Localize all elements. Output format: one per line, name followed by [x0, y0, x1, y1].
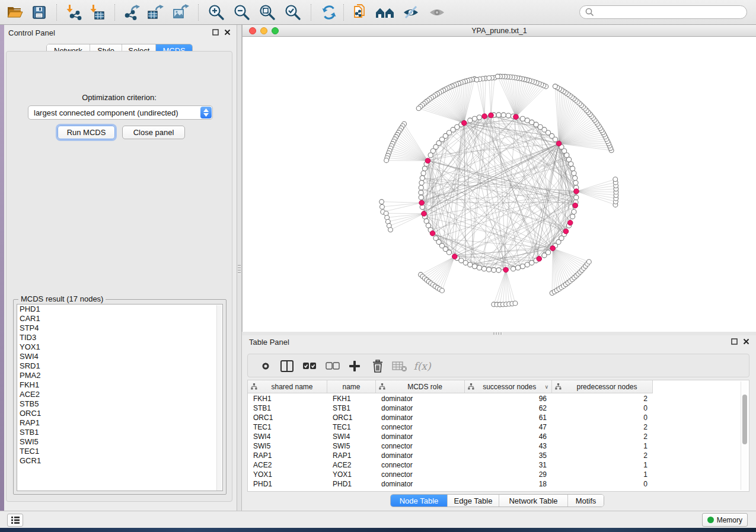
column-header[interactable]: predecessor nodes	[552, 380, 653, 393]
new-network-from-selection-icon[interactable]	[350, 2, 370, 23]
export-network-icon[interactable]	[122, 2, 142, 23]
close-icon[interactable]	[743, 338, 749, 345]
network-hub-node[interactable]	[419, 200, 425, 206]
refresh-icon[interactable]	[319, 2, 339, 23]
network-hub-node[interactable]	[567, 220, 573, 226]
network-hub-node[interactable]	[563, 229, 569, 234]
network-node[interactable]	[572, 171, 576, 175]
splitter-grip[interactable]	[493, 332, 503, 335]
splitter-grip[interactable]	[238, 265, 241, 274]
network-hub-node[interactable]	[452, 254, 458, 259]
network-hub-node[interactable]	[573, 203, 578, 209]
export-image-icon[interactable]	[171, 2, 191, 23]
network-node[interactable]	[384, 158, 389, 163]
network-titlebar[interactable]: YPA_prune.txt_1	[243, 25, 756, 37]
network-hub-node[interactable]	[422, 211, 427, 216]
network-node[interactable]	[570, 166, 575, 171]
zoom-selected-icon[interactable]	[283, 2, 303, 23]
mcds-result-item[interactable]: STB1	[17, 428, 222, 437]
network-node[interactable]	[422, 166, 427, 171]
network-node[interactable]	[553, 84, 557, 89]
network-node[interactable]	[613, 177, 618, 182]
mcds-result-item[interactable]: ACE2	[17, 390, 222, 399]
tab-edge-table[interactable]: Edge Table	[448, 495, 499, 507]
show-all-icon[interactable]	[427, 2, 447, 23]
mcds-result-item[interactable]: SWI5	[17, 437, 222, 447]
vertical-splitter[interactable]	[237, 25, 242, 511]
table-row[interactable]: FKH1FKH1dominator962	[248, 394, 740, 403]
column-header[interactable]: successor nodes∨	[465, 380, 552, 393]
hide-selected-icon[interactable]	[401, 2, 421, 23]
mcds-result-item[interactable]: STP4	[17, 323, 222, 333]
network-node[interactable]	[487, 76, 492, 81]
run-mcds-button[interactable]: Run MCDS	[58, 126, 115, 139]
mcds-result-item[interactable]: SRD1	[17, 361, 222, 371]
network-node[interactable]	[379, 200, 384, 204]
node-table[interactable]: shared namenameMCDS rolesuccessor nodes∨…	[247, 380, 749, 492]
network-hub-node[interactable]	[503, 267, 509, 273]
network-node[interactable]	[572, 209, 576, 214]
zoom-out-icon[interactable]	[232, 2, 252, 23]
network-node[interactable]	[472, 116, 477, 121]
network-node[interactable]	[388, 227, 393, 232]
network-node[interactable]	[574, 195, 579, 200]
network-node[interactable]	[515, 265, 520, 270]
network-node[interactable]	[573, 175, 578, 180]
column-header[interactable]: name	[327, 380, 376, 393]
mcds-result-item[interactable]: GCR1	[17, 456, 222, 466]
network-node[interactable]	[424, 219, 429, 223]
table-row[interactable]: TEC1TEC1connector472	[248, 422, 740, 432]
mcds-result-item[interactable]: PMA2	[17, 371, 222, 380]
network-node[interactable]	[492, 268, 496, 273]
network-node[interactable]	[573, 180, 578, 185]
network-node[interactable]	[419, 180, 424, 185]
network-node[interactable]	[421, 171, 426, 175]
import-table-icon[interactable]	[87, 2, 107, 23]
mcds-result-item[interactable]: TEC1	[17, 447, 222, 456]
float-window-icon[interactable]	[731, 338, 738, 345]
network-node[interactable]	[477, 115, 481, 120]
tab-network-table[interactable]: Network Table	[499, 495, 568, 507]
mcds-result-item[interactable]: PHD1	[17, 305, 222, 314]
network-hub-node[interactable]	[556, 141, 562, 146]
mcds-result-item[interactable]: YOX1	[17, 342, 222, 352]
network-hub-node[interactable]	[550, 246, 556, 251]
mcds-result-item[interactable]: SWI4	[17, 352, 222, 361]
select-all-icon[interactable]	[301, 358, 318, 374]
network-node[interactable]	[513, 301, 518, 306]
network-node[interactable]	[468, 118, 473, 123]
network-node[interactable]	[495, 74, 500, 79]
network-hub-node[interactable]	[430, 231, 435, 236]
network-hub-node[interactable]	[461, 120, 467, 126]
memory-button[interactable]: Memory	[702, 513, 748, 527]
network-node[interactable]	[525, 118, 529, 123]
export-table-icon[interactable]	[145, 2, 165, 23]
network-canvas[interactable]	[243, 37, 756, 332]
network-node[interactable]	[419, 185, 423, 190]
scrollbar-thumb[interactable]	[742, 395, 747, 444]
table-row[interactable]: ACE2ACE2connector311	[248, 460, 740, 470]
network-node[interactable]	[496, 268, 501, 273]
network-hub-node[interactable]	[482, 114, 487, 119]
table-row[interactable]: ORC1ORC1dominator610	[248, 413, 740, 422]
network-node[interactable]	[380, 204, 385, 209]
network-graph[interactable]	[243, 37, 756, 332]
mcds-result-item[interactable]: ORC1	[17, 409, 222, 418]
mcds-result-item[interactable]: RAP1	[17, 418, 222, 428]
network-node[interactable]	[511, 267, 515, 271]
table-row[interactable]: YOX1YOX1connector291	[248, 470, 740, 479]
first-neighbors-icon[interactable]	[375, 2, 395, 23]
table-row[interactable]: STB1STB1dominator620	[248, 403, 740, 413]
network-node[interactable]	[384, 211, 388, 216]
add-column-icon[interactable]	[346, 358, 363, 374]
column-header[interactable]: MCDS role	[376, 380, 465, 393]
network-node[interactable]	[486, 267, 491, 272]
clear-selection-icon[interactable]	[324, 358, 341, 374]
network-hub-node[interactable]	[425, 158, 430, 164]
network-node[interactable]	[446, 250, 451, 255]
network-hub-node[interactable]	[513, 114, 519, 120]
network-node[interactable]	[463, 260, 468, 265]
network-node[interactable]	[477, 265, 481, 270]
network-hub-node[interactable]	[489, 113, 494, 118]
criterion-select[interactable]: largest connected component (undirected)	[28, 105, 213, 120]
